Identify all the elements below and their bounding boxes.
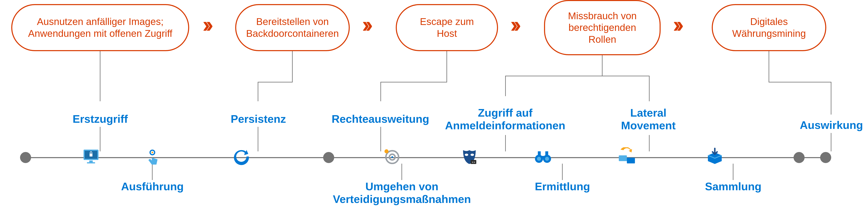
chevron-icon: ›› [203, 13, 209, 36]
connector [446, 51, 447, 82]
pill-credential-lateral: Missbrauch von berechtigenden Rollen [544, 0, 661, 55]
connector [258, 82, 293, 83]
connector [649, 76, 650, 101]
tactic-lateral-movement: Lateral Movement [608, 107, 689, 132]
tactic-label: Umgehen von Verteidigungsmaßnahmen [333, 180, 471, 205]
tactic-label: Ausführung [121, 180, 184, 193]
connector [769, 82, 831, 83]
connector [401, 164, 402, 180]
connector [100, 51, 100, 101]
tactic-execution: Ausführung [118, 180, 187, 193]
refresh-icon [232, 147, 251, 166]
connector [649, 135, 650, 151]
chevron-icon: ›› [673, 13, 680, 36]
connector [562, 164, 563, 180]
pill-label: Digitales Währungsmining [732, 16, 806, 39]
tactic-label: Lateral Movement [621, 107, 676, 131]
svg-point-11 [465, 154, 468, 156]
mask-icon: ✕✕ [460, 147, 478, 166]
pill-initial-access: Ausnutzen anfälliger Images; Anwendungen… [11, 4, 189, 51]
svg-point-10 [392, 156, 393, 158]
connector [258, 82, 258, 101]
connector [380, 82, 381, 101]
tactic-label: Rechteausweitung [332, 113, 429, 125]
chevron-icon: ›› [510, 13, 517, 36]
touch-icon [143, 147, 162, 166]
collection-box-icon [706, 147, 724, 166]
connector [831, 133, 831, 151]
svg-rect-2 [89, 160, 93, 162]
pill-impact: Digitales Währungsmining [712, 4, 826, 51]
target-icon [382, 147, 401, 166]
connector [602, 55, 602, 76]
pill-privilege-escalation: Escape zum Host [396, 4, 498, 51]
tactic-discovery: Ermittlung [532, 180, 593, 193]
tactic-label: Ermittlung [535, 180, 590, 193]
pill-label: Bereitstellen von Backdoorcontaineren [246, 16, 339, 39]
pill-label: Ausnutzen anfälliger Images; Anwendungen… [28, 16, 172, 39]
binoculars-icon [534, 147, 552, 166]
svg-text:✕✕: ✕✕ [472, 161, 475, 164]
svg-point-18 [545, 157, 549, 161]
connector [831, 82, 831, 115]
connector [505, 135, 506, 151]
svg-rect-21 [541, 156, 546, 157]
svg-rect-3 [87, 162, 95, 164]
svg-rect-20 [545, 151, 548, 155]
tactic-collection: Sammlung [702, 180, 765, 193]
svg-rect-23 [627, 158, 635, 164]
pill-label: Escape zum Host [420, 16, 474, 39]
connector [292, 51, 293, 82]
tactic-initial-access: Erstzugriff [71, 113, 129, 125]
chevron-icon: ›› [362, 13, 369, 36]
tactic-label: Auswirkung [800, 119, 863, 131]
tactic-impact: Auswirkung [798, 119, 865, 131]
connector [769, 51, 769, 82]
connector [380, 127, 381, 151]
tactic-label: Zugriff auf Anmeldeinformationen [445, 107, 565, 131]
timeline-dot [820, 152, 831, 163]
svg-point-17 [537, 157, 541, 161]
connector [733, 164, 734, 180]
tactic-credential-access: Zugriff auf Anmeldeinformationen [442, 107, 568, 132]
timeline-dot [323, 152, 334, 163]
monitor-lock-icon [82, 147, 100, 166]
tactic-label: Erstzugriff [72, 113, 128, 125]
computers-transfer-icon [618, 147, 636, 166]
pill-label: Missbrauch von berechtigenden Rollen [568, 10, 637, 46]
timeline-dot [794, 152, 805, 163]
connector [258, 127, 258, 151]
connector [380, 82, 447, 83]
connector [505, 76, 506, 96]
connector [505, 76, 650, 76]
svg-rect-4 [90, 154, 92, 156]
svg-rect-19 [538, 151, 541, 155]
svg-point-9 [384, 149, 389, 153]
tactic-priv-escalation: Rechteausweitung [327, 113, 434, 125]
connector [152, 164, 153, 180]
tactic-label: Persistenz [231, 113, 286, 125]
tactic-label: Sammlung [705, 180, 762, 193]
svg-rect-22 [619, 155, 627, 161]
tactic-persistence: Persistenz [229, 113, 288, 125]
pill-persistence: Bereitstellen von Backdoorcontaineren [235, 4, 350, 51]
svg-point-12 [471, 154, 474, 156]
attack-chain-diagram: Ausnutzen anfälliger Images; Anwendungen… [0, 0, 868, 206]
svg-point-6 [152, 152, 153, 153]
timeline-dot [20, 152, 31, 163]
tactic-defense-evasion: Umgehen von Verteidigungsmaßnahmen [325, 180, 478, 205]
